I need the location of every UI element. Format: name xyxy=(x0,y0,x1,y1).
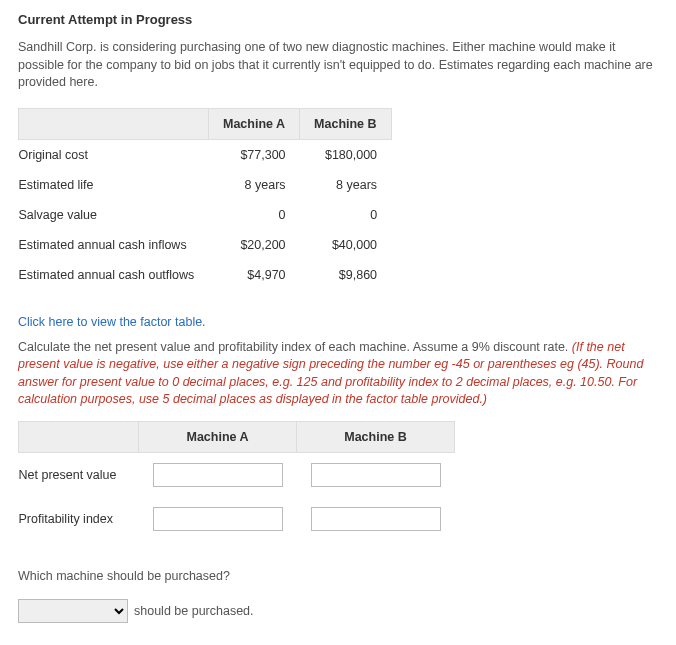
answer-row-label: Profitability index xyxy=(19,497,139,541)
answer-row: Net present value xyxy=(19,452,455,497)
answer-col-a: Machine A xyxy=(139,421,297,452)
pi-b-input[interactable] xyxy=(311,507,441,531)
col-header-a: Machine A xyxy=(209,108,300,139)
answer-row: Profitability index xyxy=(19,497,455,541)
col-header-b: Machine B xyxy=(300,108,392,139)
row-val-a: 8 years xyxy=(209,170,300,200)
row-label: Original cost xyxy=(19,139,209,170)
instruction-text: Calculate the net present value and prof… xyxy=(18,339,658,409)
factor-table-link[interactable]: Click here to view the factor table. xyxy=(18,315,206,329)
table-row: Estimated annual cash outflows $4,970 $9… xyxy=(19,260,392,290)
row-val-b: $40,000 xyxy=(300,230,392,260)
row-label: Estimated annual cash inflows xyxy=(19,230,209,260)
machine-select[interactable] xyxy=(18,599,128,623)
row-label: Salvage value xyxy=(19,200,209,230)
should-text: should be purchased. xyxy=(134,604,254,618)
estimates-table: Machine A Machine B Original cost $77,30… xyxy=(18,108,392,290)
row-label: Estimated annual cash outflows xyxy=(19,260,209,290)
pi-a-input[interactable] xyxy=(153,507,283,531)
table-row: Original cost $77,300 $180,000 xyxy=(19,139,392,170)
row-val-b: $9,860 xyxy=(300,260,392,290)
instruction-plain: Calculate the net present value and prof… xyxy=(18,340,572,354)
answer-col-b: Machine B xyxy=(297,421,455,452)
row-val-b: $180,000 xyxy=(300,139,392,170)
intro-text: Sandhill Corp. is considering purchasing… xyxy=(18,39,658,92)
table-row: Salvage value 0 0 xyxy=(19,200,392,230)
row-val-b: 8 years xyxy=(300,170,392,200)
attempt-title: Current Attempt in Progress xyxy=(18,12,658,27)
answer-row-label: Net present value xyxy=(19,452,139,497)
row-val-a: $20,200 xyxy=(209,230,300,260)
row-val-a: $77,300 xyxy=(209,139,300,170)
npv-b-input[interactable] xyxy=(311,463,441,487)
row-val-a: 0 xyxy=(209,200,300,230)
npv-a-input[interactable] xyxy=(153,463,283,487)
table-row: Estimated life 8 years 8 years xyxy=(19,170,392,200)
which-question: Which machine should be purchased? xyxy=(18,569,658,583)
row-val-b: 0 xyxy=(300,200,392,230)
row-label: Estimated life xyxy=(19,170,209,200)
table-row: Estimated annual cash inflows $20,200 $4… xyxy=(19,230,392,260)
row-val-a: $4,970 xyxy=(209,260,300,290)
answer-table: Machine A Machine B Net present value Pr… xyxy=(18,421,455,541)
